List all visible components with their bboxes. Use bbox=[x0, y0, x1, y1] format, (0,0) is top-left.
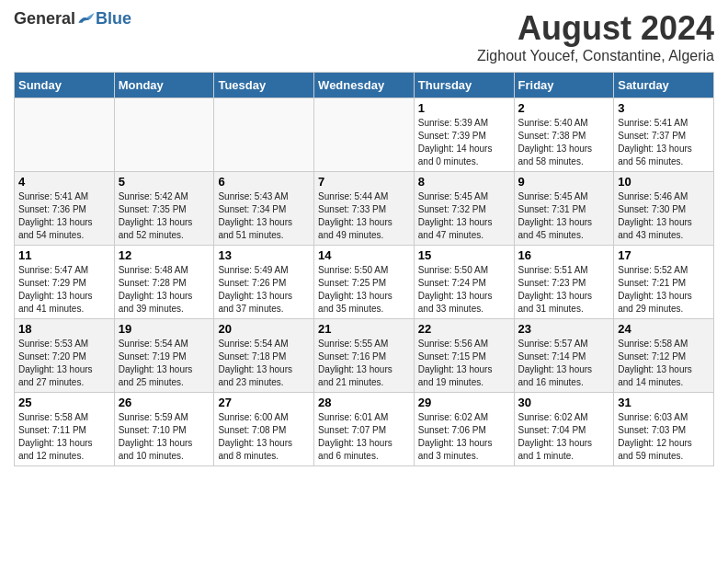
calendar-header-row: SundayMondayTuesdayWednesdayThursdayFrid… bbox=[15, 73, 714, 98]
calendar-day: 25Sunrise: 5:58 AMSunset: 7:11 PMDayligh… bbox=[15, 393, 115, 466]
day-number: 28 bbox=[318, 396, 410, 409]
calendar-day: 15Sunrise: 5:50 AMSunset: 7:24 PMDayligh… bbox=[414, 246, 514, 319]
day-info: Sunrise: 5:45 AMSunset: 7:31 PMDaylight:… bbox=[518, 190, 610, 242]
calendar-day: 14Sunrise: 5:50 AMSunset: 7:25 PMDayligh… bbox=[314, 246, 415, 319]
day-info: Sunrise: 6:02 AMSunset: 7:04 PMDaylight:… bbox=[518, 411, 610, 463]
calendar-day: 18Sunrise: 5:53 AMSunset: 7:20 PMDayligh… bbox=[15, 319, 115, 393]
day-info: Sunrise: 5:49 AMSunset: 7:26 PMDaylight:… bbox=[218, 264, 310, 316]
calendar-day: 23Sunrise: 5:57 AMSunset: 7:14 PMDayligh… bbox=[514, 319, 614, 393]
day-number: 17 bbox=[618, 248, 710, 262]
day-number: 29 bbox=[418, 396, 510, 409]
calendar-day: 26Sunrise: 5:59 AMSunset: 7:10 PMDayligh… bbox=[114, 393, 214, 466]
logo-general-text: General bbox=[14, 9, 75, 29]
calendar-day: 11Sunrise: 5:47 AMSunset: 7:29 PMDayligh… bbox=[15, 246, 115, 319]
day-number: 24 bbox=[618, 322, 710, 336]
day-info: Sunrise: 5:59 AMSunset: 7:10 PMDaylight:… bbox=[119, 411, 210, 463]
day-number: 10 bbox=[618, 175, 710, 189]
logo: General Blue bbox=[14, 9, 131, 29]
day-info: Sunrise: 6:00 AMSunset: 7:08 PMDaylight:… bbox=[218, 411, 310, 463]
page-header: General Blue August 2024 Zighout Youcef,… bbox=[14, 9, 714, 64]
calendar-day: 6Sunrise: 5:43 AMSunset: 7:34 PMDaylight… bbox=[214, 172, 314, 246]
day-info: Sunrise: 5:58 AMSunset: 7:11 PMDaylight:… bbox=[18, 411, 110, 463]
day-info: Sunrise: 6:01 AMSunset: 7:07 PMDaylight:… bbox=[318, 411, 410, 463]
day-info: Sunrise: 5:55 AMSunset: 7:16 PMDaylight:… bbox=[318, 338, 410, 389]
calendar-week-2: 4Sunrise: 5:41 AMSunset: 7:36 PMDaylight… bbox=[15, 172, 714, 246]
day-info: Sunrise: 5:40 AMSunset: 7:38 PMDaylight:… bbox=[518, 117, 610, 168]
calendar-day: 4Sunrise: 5:41 AMSunset: 7:36 PMDaylight… bbox=[15, 172, 115, 246]
day-number: 4 bbox=[18, 175, 110, 189]
header-sunday: Sunday bbox=[15, 73, 115, 98]
calendar-day: 3Sunrise: 5:41 AMSunset: 7:37 PMDaylight… bbox=[614, 98, 714, 172]
day-number: 27 bbox=[218, 396, 310, 409]
calendar-day: 2Sunrise: 5:40 AMSunset: 7:38 PMDaylight… bbox=[514, 98, 614, 172]
calendar-day: 20Sunrise: 5:54 AMSunset: 7:18 PMDayligh… bbox=[214, 319, 314, 393]
day-number: 18 bbox=[18, 322, 110, 336]
header-friday: Friday bbox=[514, 73, 614, 98]
day-number: 21 bbox=[318, 322, 410, 336]
calendar-day: 24Sunrise: 5:58 AMSunset: 7:12 PMDayligh… bbox=[614, 319, 714, 393]
header-saturday: Saturday bbox=[614, 73, 714, 98]
calendar-day: 12Sunrise: 5:48 AMSunset: 7:28 PMDayligh… bbox=[114, 246, 214, 319]
day-info: Sunrise: 6:02 AMSunset: 7:06 PMDaylight:… bbox=[418, 411, 510, 463]
calendar-day: 16Sunrise: 5:51 AMSunset: 7:23 PMDayligh… bbox=[514, 246, 614, 319]
calendar-day: 10Sunrise: 5:46 AMSunset: 7:30 PMDayligh… bbox=[614, 172, 714, 246]
calendar-week-3: 11Sunrise: 5:47 AMSunset: 7:29 PMDayligh… bbox=[15, 246, 714, 319]
calendar-day: 31Sunrise: 6:03 AMSunset: 7:03 PMDayligh… bbox=[614, 393, 714, 466]
day-info: Sunrise: 5:50 AMSunset: 7:24 PMDaylight:… bbox=[418, 264, 510, 316]
title-section: August 2024 Zighout Youcef, Constantine,… bbox=[477, 9, 714, 64]
day-info: Sunrise: 5:50 AMSunset: 7:25 PMDaylight:… bbox=[318, 264, 410, 316]
day-number: 23 bbox=[518, 322, 610, 336]
calendar-day bbox=[114, 98, 214, 172]
day-number: 8 bbox=[418, 175, 510, 189]
day-number: 22 bbox=[418, 322, 510, 336]
day-info: Sunrise: 5:56 AMSunset: 7:15 PMDaylight:… bbox=[418, 338, 510, 389]
logo-blue-text: Blue bbox=[96, 9, 131, 29]
calendar-day: 9Sunrise: 5:45 AMSunset: 7:31 PMDaylight… bbox=[514, 172, 614, 246]
day-number: 2 bbox=[518, 101, 610, 115]
day-number: 30 bbox=[518, 396, 610, 409]
calendar-day: 22Sunrise: 5:56 AMSunset: 7:15 PMDayligh… bbox=[414, 319, 514, 393]
day-number: 20 bbox=[218, 322, 310, 336]
day-info: Sunrise: 5:47 AMSunset: 7:29 PMDaylight:… bbox=[18, 264, 110, 316]
calendar-day: 30Sunrise: 6:02 AMSunset: 7:04 PMDayligh… bbox=[514, 393, 614, 466]
day-number: 7 bbox=[318, 175, 410, 189]
day-info: Sunrise: 5:39 AMSunset: 7:39 PMDaylight:… bbox=[418, 117, 510, 168]
day-info: Sunrise: 5:53 AMSunset: 7:20 PMDaylight:… bbox=[18, 338, 110, 389]
day-number: 6 bbox=[218, 175, 310, 189]
calendar-day: 8Sunrise: 5:45 AMSunset: 7:32 PMDaylight… bbox=[414, 172, 514, 246]
calendar-day: 13Sunrise: 5:49 AMSunset: 7:26 PMDayligh… bbox=[214, 246, 314, 319]
calendar-day: 21Sunrise: 5:55 AMSunset: 7:16 PMDayligh… bbox=[314, 319, 415, 393]
day-number: 5 bbox=[119, 175, 210, 189]
calendar-day: 17Sunrise: 5:52 AMSunset: 7:21 PMDayligh… bbox=[614, 246, 714, 319]
day-info: Sunrise: 5:46 AMSunset: 7:30 PMDaylight:… bbox=[618, 190, 710, 242]
day-info: Sunrise: 5:48 AMSunset: 7:28 PMDaylight:… bbox=[119, 264, 210, 316]
day-number: 19 bbox=[119, 322, 210, 336]
day-info: Sunrise: 5:43 AMSunset: 7:34 PMDaylight:… bbox=[218, 190, 310, 242]
header-monday: Monday bbox=[114, 73, 214, 98]
day-info: Sunrise: 5:51 AMSunset: 7:23 PMDaylight:… bbox=[518, 264, 610, 316]
day-number: 26 bbox=[119, 396, 210, 409]
day-info: Sunrise: 5:44 AMSunset: 7:33 PMDaylight:… bbox=[318, 190, 410, 242]
day-info: Sunrise: 5:41 AMSunset: 7:37 PMDaylight:… bbox=[618, 117, 710, 168]
calendar-week-4: 18Sunrise: 5:53 AMSunset: 7:20 PMDayligh… bbox=[15, 319, 714, 393]
calendar-table: SundayMondayTuesdayWednesdayThursdayFrid… bbox=[14, 72, 714, 466]
day-number: 16 bbox=[518, 248, 610, 262]
location-title: Zighout Youcef, Constantine, Algeria bbox=[477, 48, 714, 64]
calendar-week-1: 1Sunrise: 5:39 AMSunset: 7:39 PMDaylight… bbox=[15, 98, 714, 172]
calendar-day: 19Sunrise: 5:54 AMSunset: 7:19 PMDayligh… bbox=[114, 319, 214, 393]
header-wednesday: Wednesday bbox=[314, 73, 415, 98]
day-number: 25 bbox=[18, 396, 110, 409]
day-number: 11 bbox=[18, 248, 110, 262]
day-info: Sunrise: 5:42 AMSunset: 7:35 PMDaylight:… bbox=[119, 190, 210, 242]
day-info: Sunrise: 5:54 AMSunset: 7:18 PMDaylight:… bbox=[218, 338, 310, 389]
logo-bird-icon bbox=[77, 10, 96, 29]
day-info: Sunrise: 5:41 AMSunset: 7:36 PMDaylight:… bbox=[18, 190, 110, 242]
day-info: Sunrise: 5:58 AMSunset: 7:12 PMDaylight:… bbox=[618, 338, 710, 389]
day-number: 3 bbox=[618, 101, 710, 115]
day-info: Sunrise: 5:57 AMSunset: 7:14 PMDaylight:… bbox=[518, 338, 610, 389]
calendar-day: 5Sunrise: 5:42 AMSunset: 7:35 PMDaylight… bbox=[114, 172, 214, 246]
day-info: Sunrise: 5:54 AMSunset: 7:19 PMDaylight:… bbox=[119, 338, 210, 389]
day-number: 31 bbox=[618, 396, 710, 409]
calendar-day bbox=[15, 98, 115, 172]
day-number: 14 bbox=[318, 248, 410, 262]
